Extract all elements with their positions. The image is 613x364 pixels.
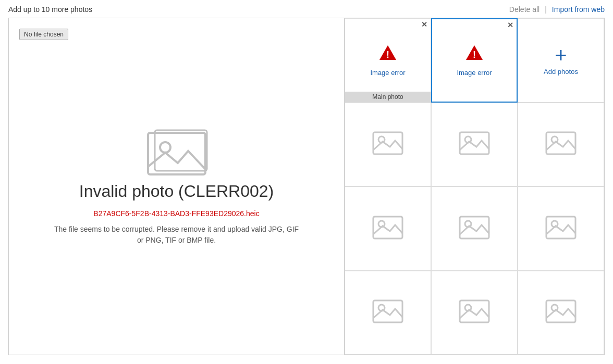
main-photo-badge: Main photo [345,92,431,102]
placeholder-icon-6 [545,130,577,158]
import-from-web-link[interactable]: Import from web [552,5,605,14]
add-photos-cell[interactable]: + Add photos [518,18,604,103]
error-icon-1: ! [378,44,397,66]
placeholder-icon-8 [459,215,490,243]
photo-cell-4[interactable] [345,103,431,187]
photo-cell-5[interactable] [431,103,518,187]
no-file-button[interactable]: No file chosen [19,29,68,40]
add-photos-label: Add photos [544,68,578,76]
placeholder-icon-4 [372,130,403,158]
placeholder-icon-9 [545,215,577,243]
photo-cell-8[interactable] [431,186,518,271]
error-description: The file seems to be corrupted. Please r… [52,224,302,246]
svg-text:!: ! [386,49,389,60]
error-filename: B27A9CF6-5F2B-4313-BAD3-FFE93ED29026.hei… [93,209,259,218]
delete-all-link[interactable]: Delete all [509,5,540,14]
photo-cell-6[interactable] [518,103,604,187]
photo-cell-11[interactable] [431,271,518,355]
placeholder-icon-5 [459,130,490,158]
photo-cell-7[interactable] [345,186,431,271]
top-bar: Add up to 10 more photos Delete all | Im… [0,0,613,18]
top-actions: Delete all | Import from web [509,5,605,14]
hint-text: Add up to 10 more photos [8,5,92,14]
photo-cell-10[interactable] [345,271,431,355]
placeholder-icon-7 [372,215,403,243]
left-panel: No file chosen Invalid photo (CLERR002) … [9,18,345,355]
svg-text:!: ! [473,49,476,60]
placeholder-icon-12 [545,298,577,327]
photo-cell-12[interactable] [518,271,604,355]
separator: | [545,5,547,14]
photo-grid: ✕ ! Image error Main photo ✕ ! Image err… [345,18,604,355]
error-label-1: Image error [370,69,405,77]
photo-cell-9[interactable] [518,186,604,271]
photo-cell-2[interactable]: ✕ ! Image error [431,18,518,103]
svg-rect-0 [148,133,205,174]
svg-rect-2 [155,130,207,171]
close-button-2[interactable]: ✕ [507,21,513,29]
error-icon-2: ! [465,44,484,66]
invalid-photo-title: Invalid photo (CLERR002) [79,182,274,201]
add-photos-plus-icon: + [555,45,567,66]
error-label-2: Image error [457,69,492,77]
placeholder-icon-11 [459,298,490,327]
placeholder-icon-10 [372,298,403,327]
close-button-1[interactable]: ✕ [421,21,427,28]
large-placeholder-icon [145,128,208,182]
svg-point-1 [160,142,170,153]
photo-cell-1[interactable]: ✕ ! Image error Main photo [345,18,431,103]
main-container: No file chosen Invalid photo (CLERR002) … [8,18,605,355]
